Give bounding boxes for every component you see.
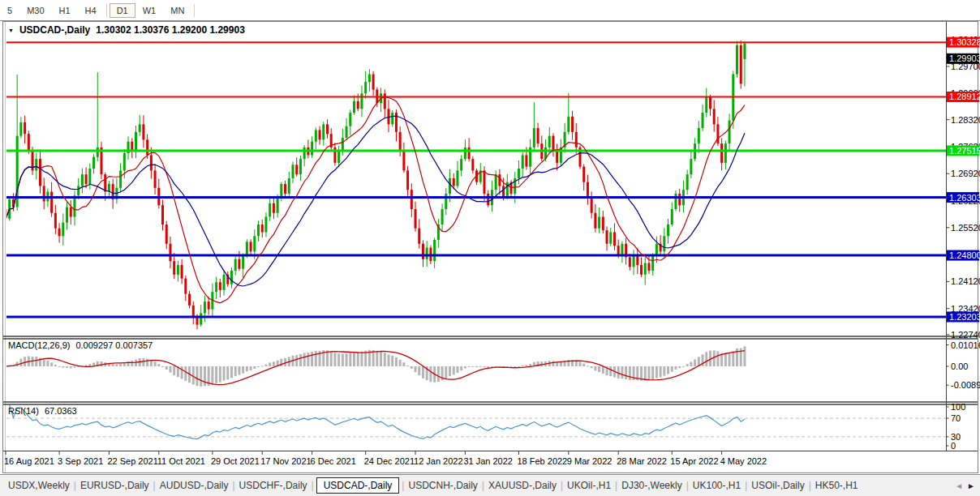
timeframe-button-m30[interactable]: M30 bbox=[19, 3, 51, 18]
date-tick-label: 9 Mar 2022 bbox=[567, 456, 612, 466]
tab-usdchf-daily[interactable]: USDCHF-,Daily bbox=[236, 477, 311, 494]
price-tick-label: 1.24120 bbox=[951, 276, 980, 286]
date-tick-label: 31 Jan 2022 bbox=[463, 456, 513, 466]
date-tick-label: 4 May 2022 bbox=[720, 456, 767, 466]
chart-title-ohlc: 1.30302 1.30376 1.29200 1.29903 bbox=[96, 24, 245, 36]
symbol-tab-bar: USDX,Weekly|EURUSD-,Daily|AUDUSD-,Daily|… bbox=[0, 474, 980, 496]
price-tick-label: 1.26920 bbox=[951, 169, 980, 178]
rsi-label-value: 67.0363 bbox=[45, 406, 77, 416]
tab-ukoil-h1[interactable]: UKOil-,H1 bbox=[564, 477, 614, 494]
date-tick-label: 12 Jan 2022 bbox=[414, 456, 463, 466]
svg-text:1.27515: 1.27515 bbox=[949, 146, 980, 156]
macd-axis-label: 0.00 bbox=[951, 361, 968, 371]
macd-label: MACD(12,26,9) 0.009297 0.007357 bbox=[8, 340, 153, 350]
date-tick-label: 11 Oct 2021 bbox=[157, 456, 205, 466]
tab-scroll-left-icon[interactable]: ◄ bbox=[955, 481, 963, 490]
chart-title: ▼ USDCAD-,Daily 1.30302 1.30376 1.29200 … bbox=[8, 24, 245, 36]
timeframe-button-h1[interactable]: H1 bbox=[52, 3, 78, 18]
date-tick-label: 15 Apr 2022 bbox=[670, 456, 718, 466]
date-tick-label: 28 Mar 2022 bbox=[617, 456, 667, 466]
timeframe-toolbar: 5M30H1H4D1W1MN bbox=[0, 0, 980, 20]
tab-hk50-h1[interactable]: HK50-,H1 bbox=[812, 477, 862, 494]
tab-scroll-right-icon[interactable]: ► bbox=[967, 481, 975, 490]
svg-text:1.30328: 1.30328 bbox=[949, 37, 980, 47]
toolbar-separator bbox=[106, 4, 107, 17]
svg-text:1.28912: 1.28912 bbox=[949, 92, 980, 101]
timeframe-button-5[interactable]: 5 bbox=[0, 3, 19, 18]
tab-usdx-weekly[interactable]: USDX,Weekly bbox=[5, 477, 73, 494]
chart-canvas[interactable]: 1.304001.297001.290001.283201.276201.269… bbox=[0, 0, 980, 496]
date-tick-label: 17 Nov 2021 bbox=[260, 456, 311, 466]
macd-label-values: 0.009297 0.007357 bbox=[75, 340, 153, 350]
rsi-label: RSI(14) 67.0363 bbox=[8, 406, 77, 416]
date-tick-label: 6 Dec 2021 bbox=[311, 456, 356, 466]
svg-text:1.29903: 1.29903 bbox=[949, 53, 980, 63]
tab-usdcad-daily[interactable]: USDCAD-,Daily bbox=[316, 477, 400, 494]
candlesticks bbox=[5, 41, 746, 330]
macd-axis-label: -0.00894 bbox=[951, 380, 980, 390]
chart-window-border bbox=[3, 22, 978, 473]
macd-axis-label: 0.010166 bbox=[951, 340, 980, 350]
tab-uk100-h1[interactable]: UK100-,H1 bbox=[690, 477, 744, 494]
tab-usoil-daily[interactable]: USOil-,Daily bbox=[748, 477, 807, 494]
date-tick-label: 29 Oct 2021 bbox=[211, 456, 260, 466]
timeframe-button-mn[interactable]: MN bbox=[163, 3, 191, 18]
tab-eurusd-daily[interactable]: EURUSD-,Daily bbox=[77, 477, 153, 494]
tab-audusd-daily[interactable]: AUDUSD-,Daily bbox=[157, 477, 232, 494]
timeframe-button-w1[interactable]: W1 bbox=[135, 3, 164, 18]
rsi-axis-label: 100 bbox=[951, 402, 965, 412]
macd-histogram bbox=[5, 346, 746, 386]
tab-separator: | bbox=[311, 480, 315, 491]
tab-xauusd-daily[interactable]: XAUUSD-,Daily bbox=[485, 477, 560, 494]
date-tick-label: 24 Dec 2021 bbox=[364, 456, 415, 466]
timeframe-button-d1[interactable]: D1 bbox=[110, 3, 135, 18]
rsi-axis-label: 70 bbox=[951, 413, 961, 423]
tab-dj30-weekly[interactable]: DJ30-,Weekly bbox=[618, 477, 685, 494]
symbol-dropdown-icon[interactable]: ▼ bbox=[8, 28, 14, 33]
date-tick-label: 22 Sep 2021 bbox=[107, 456, 157, 466]
timeframe-button-h4[interactable]: H4 bbox=[78, 3, 104, 18]
date-tick-label: 18 Feb 2022 bbox=[517, 456, 567, 466]
macd-label-name: MACD(12,26,9) bbox=[8, 340, 70, 350]
svg-text:1.26303: 1.26303 bbox=[949, 193, 980, 203]
tab-usdcnh-daily[interactable]: USDCNH-,Daily bbox=[405, 477, 480, 494]
price-tick-label: 1.22740 bbox=[951, 330, 980, 340]
price-tick-label: 1.25520 bbox=[951, 223, 980, 233]
rsi-axis-label: 0 bbox=[951, 441, 956, 451]
rsi-line bbox=[10, 405, 745, 439]
chart-title-symbol: USDCAD-,Daily bbox=[19, 24, 90, 36]
rsi-label-name: RSI(14) bbox=[8, 406, 39, 416]
svg-text:1.23203: 1.23203 bbox=[949, 312, 980, 322]
tab-scroll-arrows: ◄ ► bbox=[950, 475, 980, 496]
toolbar-separator bbox=[194, 4, 195, 17]
date-tick-label: 16 Aug 2021 bbox=[4, 456, 54, 466]
price-tick-label: 1.28320 bbox=[951, 115, 980, 125]
date-tick-label: 3 Sep 2021 bbox=[58, 456, 103, 466]
svg-text:1.24800: 1.24800 bbox=[949, 250, 980, 260]
